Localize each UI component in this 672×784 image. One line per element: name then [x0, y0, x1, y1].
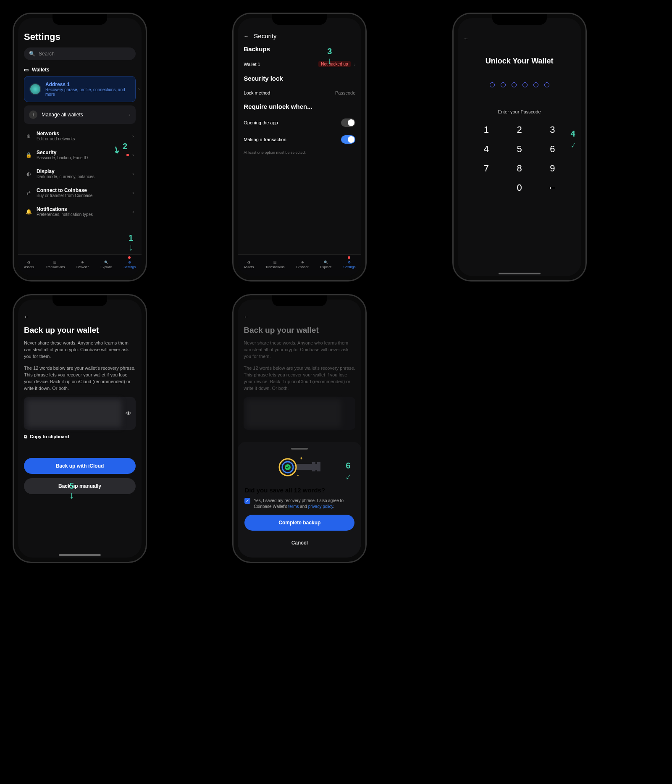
backup-icloud-button[interactable]: Back up with iCloud — [24, 458, 136, 474]
nav-icon: ▤ — [273, 260, 277, 264]
instruction-text: The 12 words below are your wallet's rec… — [24, 365, 136, 392]
nav-icon: ⚙ — [128, 260, 131, 264]
nav-explore[interactable]: 🔍Explore — [320, 260, 332, 269]
nav-settings[interactable]: ⚙Settings — [343, 260, 355, 269]
seed-phrase-box: 👁 — [24, 397, 136, 430]
chevron-right-icon: › — [354, 62, 356, 67]
phone-backup: ← Back up your wallet Never share these … — [13, 294, 147, 563]
sheet-title: Did you save all 12 words? — [244, 487, 354, 494]
nav-icon: ⚙ — [348, 260, 351, 264]
key-0[interactable]: 0 — [509, 182, 530, 193]
row-icon: ⊕ — [25, 133, 32, 139]
backup-manual-button[interactable]: Back up manually — [24, 478, 136, 494]
nav-transactions[interactable]: ▤Transactions — [265, 260, 285, 269]
backspace-key[interactable]: ← — [542, 182, 563, 193]
key-8[interactable]: 8 — [509, 163, 530, 174]
nav-icon: ◔ — [247, 260, 250, 264]
passcode-dots — [464, 82, 575, 87]
warning-text: Never share these words. Anyone who lear… — [244, 340, 355, 360]
page-title: Back up your wallet — [24, 326, 136, 335]
nav-transactions[interactable]: ▤Transactions — [46, 260, 65, 269]
wallets-section-label: ▭ Wallets — [24, 67, 136, 73]
key-2[interactable]: 2 — [509, 124, 530, 135]
key-5[interactable]: 5 — [509, 144, 530, 155]
back-arrow-icon[interactable]: ← — [244, 33, 249, 39]
svg-text:✦: ✦ — [297, 474, 299, 477]
transaction-toggle-row: Making a transaction — [244, 131, 355, 148]
svg-rect-1 — [312, 462, 315, 471]
plus-icon: + — [29, 110, 37, 119]
keypad: 1234567890← — [476, 124, 563, 193]
page-title: Security — [254, 32, 276, 39]
key-4[interactable]: 4 — [476, 144, 497, 155]
instruction-text: The 12 words below are your wallet's rec… — [244, 365, 355, 392]
key-9[interactable]: 9 — [542, 163, 563, 174]
phone-settings: Settings 🔍 Search ▭ Wallets Address 1 Re… — [13, 13, 147, 282]
settings-row-networks[interactable]: ⊕ NetworksEdit or add networks › — [24, 126, 136, 145]
key-6[interactable]: 6 — [542, 144, 563, 155]
key-3[interactable]: 3 — [542, 124, 563, 135]
manage-wallets-button[interactable]: + Manage all wallets › — [24, 105, 136, 124]
key-7[interactable]: 7 — [476, 163, 497, 174]
checkbox-checked-icon[interactable]: ✓ — [244, 498, 250, 504]
sheet-handle[interactable] — [291, 448, 308, 450]
nav-assets[interactable]: ◔Assets — [24, 260, 34, 269]
settings-row-display[interactable]: ◐ DisplayDark mode, currency, balances › — [24, 164, 136, 183]
privacy-link[interactable]: privacy policy — [308, 504, 333, 509]
chevron-right-icon: › — [132, 133, 134, 139]
unlock-title: Unlock Your Wallet — [464, 57, 575, 66]
passcode-label: Enter your Passcode — [464, 109, 575, 114]
nav-settings[interactable]: ⚙Settings — [123, 260, 136, 269]
svg-rect-2 — [317, 462, 320, 471]
search-placeholder: Search — [39, 51, 55, 57]
back-arrow-icon[interactable]: ← — [244, 314, 249, 320]
not-backed-up-badge: Not backed up — [318, 61, 351, 67]
chevron-right-icon: › — [132, 152, 134, 158]
opening-app-toggle-row: Opening the app — [244, 114, 355, 131]
backups-header: Backups — [244, 45, 355, 53]
lock-method-row[interactable]: Lock method Passcode — [244, 86, 355, 100]
cancel-button[interactable]: Cancel — [244, 535, 354, 551]
nav-explore[interactable]: 🔍Explore — [100, 260, 112, 269]
hint-text: At least one option must be selected. — [244, 150, 355, 155]
eye-icon[interactable]: 👁 — [126, 410, 131, 417]
wallet-backup-row[interactable]: Wallet 1 Not backed up › — [244, 57, 355, 71]
chevron-right-icon: › — [132, 209, 134, 215]
chevron-right-icon: › — [132, 190, 134, 196]
row-icon: ⇄ — [25, 190, 32, 196]
key-illustration: ✦ ✦ — [244, 455, 354, 480]
back-arrow-icon[interactable]: ← — [464, 36, 469, 42]
svg-text:✦: ✦ — [299, 456, 303, 460]
address-title: Address 1 — [45, 82, 130, 87]
nav-assets[interactable]: ◔Assets — [244, 260, 254, 269]
key-1[interactable]: 1 — [476, 124, 497, 135]
chevron-right-icon: › — [129, 112, 131, 118]
require-unlock-header: Require unlock when... — [244, 103, 355, 110]
wallet-address-card[interactable]: Address 1 Recovery phrase, profile, conn… — [24, 76, 136, 102]
confirm-checkbox-row[interactable]: ✓ Yes, I saved my recovery phrase. I als… — [244, 498, 354, 510]
search-input[interactable]: 🔍 Search — [24, 47, 136, 60]
nav-browser[interactable]: ⊕Browser — [76, 260, 89, 269]
chevron-right-icon: › — [138, 86, 140, 92]
seed-phrase-box — [244, 397, 355, 430]
bottom-nav: ◔Assets▤Transactions⊕Browser🔍Explore⚙Set… — [18, 254, 142, 276]
phone-security: ← Security Backups Wallet 1 Not backed u… — [232, 13, 367, 282]
copy-clipboard-button[interactable]: ⧉ Copy to clipboard — [24, 434, 136, 439]
nav-browser[interactable]: ⊕Browser — [296, 260, 308, 269]
avatar — [29, 83, 41, 95]
settings-row-notifications[interactable]: 🔔 NotificationsPreferences, notification… — [24, 202, 136, 221]
complete-backup-button[interactable]: Complete backup — [244, 515, 354, 531]
opening-app-toggle[interactable] — [341, 118, 355, 127]
nav-icon: ⊕ — [81, 260, 84, 264]
home-indicator — [499, 273, 541, 274]
home-indicator — [59, 554, 101, 556]
transaction-toggle[interactable] — [341, 135, 355, 144]
terms-link[interactable]: terms — [288, 504, 299, 509]
search-icon: 🔍 — [29, 51, 35, 57]
settings-row-security[interactable]: 🔒 SecurityPasscode, backup, Face ID › — [24, 145, 136, 164]
settings-row-connect-to-coinbase[interactable]: ⇄ Connect to CoinbaseBuy or transfer fro… — [24, 183, 136, 202]
back-arrow-icon[interactable]: ← — [24, 314, 29, 320]
row-icon: ◐ — [25, 171, 32, 177]
chevron-right-icon: › — [132, 171, 134, 177]
nav-icon: 🔍 — [324, 260, 328, 264]
